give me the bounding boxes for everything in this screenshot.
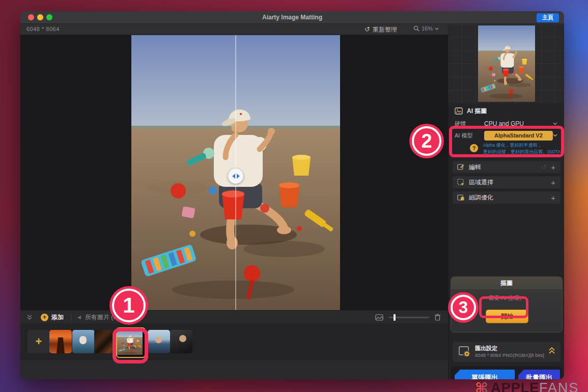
command-icon: ⌘ [475, 380, 489, 392]
edit-icon [457, 163, 464, 171]
panel-edit-label: 編輯 [469, 163, 481, 172]
filmstrip-thumbnails: + [20, 323, 448, 360]
expand-edit-icon[interactable]: + [551, 163, 555, 172]
expand-refine-icon[interactable]: + [551, 193, 555, 202]
thumbnail-size-slider[interactable] [388, 317, 429, 318]
watermark-light-text: FANS [539, 380, 579, 392]
annotation-number: 2 [421, 130, 432, 152]
navigator-preview [449, 24, 564, 103]
add-image-tile[interactable]: + [27, 330, 50, 353]
trash-icon[interactable] [434, 314, 441, 321]
add-plus-icon: + [41, 314, 48, 321]
collapse-up-icon[interactable] [548, 347, 555, 355]
annotation-number: 3 [459, 298, 468, 317]
slider-thumb[interactable] [394, 314, 396, 321]
thumbnail-torii-gates[interactable] [49, 330, 72, 353]
export-batch-button[interactable]: 批量匯出 [518, 370, 560, 379]
expand-region-icon[interactable]: + [551, 178, 555, 187]
export-buttons-bar: 單張匯出 批量匯出 [451, 366, 563, 379]
navigator-photo [478, 25, 535, 102]
export-single-button[interactable]: 單張匯出 [455, 370, 515, 379]
slider-right-arrow-icon [237, 174, 240, 179]
filmstrip-right-controls [375, 314, 441, 321]
collapse-filmstrip-icon[interactable] [26, 314, 33, 320]
panel-refine-label: 細調優化 [469, 193, 493, 202]
chevron-down-icon[interactable] [553, 122, 557, 125]
add-label: 添加 [51, 313, 64, 322]
editor-toolbar: 6048 * 8064 ↺重新整理 16% [20, 24, 448, 35]
panel-refine[interactable]: 細調優化 + [453, 191, 561, 204]
chevron-down-icon [435, 27, 439, 30]
export-settings-row[interactable]: 匯出設定 6048 * 8064 PNG(RGBA)[8 bits] [453, 342, 561, 362]
watermark: ⌘ APPLE FANS [475, 380, 579, 392]
back-icon[interactable]: ◀ [77, 315, 81, 320]
compare-slider-handle[interactable] [228, 169, 243, 184]
divider [71, 314, 71, 321]
filmstrip-toolbar: + 添加 ◀ 所有圖片 (6) / IMG [20, 310, 448, 324]
thumbnail-dark-portrait[interactable] [170, 330, 192, 353]
annotation-box-step1 [113, 328, 148, 363]
annotation-box-step3 [479, 296, 528, 318]
refresh-icon: ↺ [365, 25, 370, 33]
ai-matting-title: AI 摳圖 [467, 107, 487, 116]
annotation-circle-step2: 2 [409, 124, 444, 158]
ai-matting-icon [455, 107, 463, 115]
export-settings-icon [458, 346, 471, 357]
plus-icon: + [36, 335, 42, 348]
panel-region-label: 區域選擇 [469, 178, 493, 187]
annotation-box-step2 [449, 126, 564, 157]
annotation-circle-step1: 1 [109, 286, 148, 325]
zoom-value: 16% [422, 25, 433, 32]
watermark-bold-text: APPLE [491, 380, 539, 392]
refresh-label: 重新整理 [373, 26, 397, 33]
slider-left-arrow-icon [232, 174, 235, 179]
thumbnail-lake-child[interactable] [72, 330, 95, 353]
add-image-button[interactable]: + 添加 [41, 313, 64, 322]
region-select-icon [457, 179, 464, 186]
image-dimensions-label: 6048 * 8064 [26, 26, 60, 32]
app-window: Aiarty Image Matting 主頁 6048 * 8064 ↺重新整… [20, 11, 564, 379]
home-button[interactable]: 主頁 [537, 13, 559, 22]
annotation-number: 1 [123, 293, 134, 318]
magnifier-icon [413, 25, 419, 32]
ai-matting-section-header: AI 摳圖 [449, 105, 564, 117]
panel-edit[interactable]: 編輯 ↺ + [453, 161, 561, 173]
title-bar: Aiarty Image Matting 主頁 [20, 11, 564, 24]
thumbnail-blue-person[interactable] [148, 330, 170, 353]
annotation-circle-step3: 3 [448, 292, 479, 323]
refresh-button[interactable]: ↺重新整理 [365, 25, 397, 34]
matting-panel-title: 摳圖 [451, 277, 562, 289]
undo-icon: ↺ [541, 163, 546, 171]
right-sidebar: AI 摳圖 硬體 CPU and GPU AI 模型 AlphaStandard… [448, 24, 564, 379]
zoom-control[interactable]: 16% [413, 25, 439, 32]
window-title: Aiarty Image Matting [20, 14, 564, 21]
export-settings-title: 匯出設定 [475, 345, 497, 352]
refine-icon [457, 194, 464, 201]
editing-canvas [20, 35, 448, 310]
panel-region-select[interactable]: 區域選擇 + [453, 176, 561, 188]
export-settings-detail: 6048 * 8064 PNG(RGBA)[8 bits] [475, 352, 544, 358]
thumbnail-size-icon [375, 314, 383, 321]
